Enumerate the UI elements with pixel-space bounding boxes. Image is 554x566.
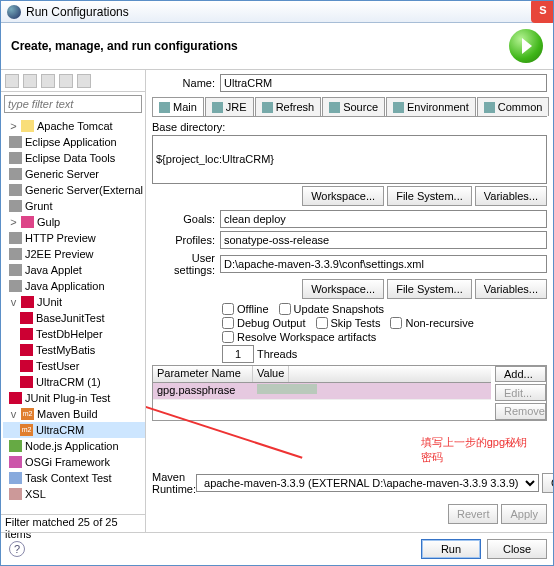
tree-node[interactable]: m2UltraCRM (3, 422, 145, 438)
name-label: Name: (152, 77, 220, 89)
window-title: Run Configurations (26, 5, 129, 19)
edit-button[interactable]: Edit... (495, 384, 546, 401)
tab-environment[interactable]: Environment (386, 97, 476, 116)
twisty-icon[interactable]: v (9, 296, 18, 308)
maven-select[interactable]: apache-maven-3.3.9 (EXTERNAL D:\apache-m… (196, 474, 539, 492)
tree-node[interactable]: Node.js Application (3, 438, 145, 454)
tree-node[interactable]: TestUser (3, 358, 145, 374)
configure-button[interactable]: Configure... (542, 473, 553, 493)
gr-icon (9, 168, 22, 180)
collapse-icon[interactable] (59, 74, 73, 88)
ju-icon (20, 344, 33, 356)
tree-node[interactable]: vm2Maven Build (3, 406, 145, 422)
tab-main[interactable]: Main (152, 97, 204, 116)
tree-node[interactable]: Eclipse Application (3, 134, 145, 150)
twisty-icon[interactable]: v (9, 408, 18, 420)
basedir-label: Base directory: (152, 121, 547, 133)
workspace-button-2[interactable]: Workspace... (302, 279, 384, 299)
filter-icon[interactable] (77, 74, 91, 88)
tree-node[interactable]: JUnit Plug-in Test (3, 390, 145, 406)
filter-status: Filter matched 25 of 25 items (1, 514, 145, 532)
skip-checkbox[interactable]: Skip Tests (316, 317, 381, 329)
tree-node[interactable]: >Apache Tomcat (3, 118, 145, 134)
tree-node[interactable]: Java Applet (3, 262, 145, 278)
xs-icon (9, 488, 22, 500)
tree-label: Node.js Application (25, 440, 119, 452)
delete-icon[interactable] (41, 74, 55, 88)
ju-icon (9, 392, 22, 404)
tree-node[interactable]: Eclipse Data Tools (3, 150, 145, 166)
tree-node[interactable]: OSGi Framework (3, 454, 145, 470)
profiles-input[interactable] (220, 231, 547, 249)
filesystem-button[interactable]: File System... (387, 186, 472, 206)
os-icon (9, 456, 22, 468)
revert-button[interactable]: Revert (448, 504, 498, 524)
tree-label: Java Application (25, 280, 105, 292)
tree-node[interactable]: TestDbHelper (3, 326, 145, 342)
gr-icon (9, 280, 22, 292)
tree-node[interactable]: J2EE Preview (3, 246, 145, 262)
debug-checkbox[interactable]: Debug Output (222, 317, 306, 329)
tree-node[interactable]: Grunt (3, 198, 145, 214)
close-button[interactable]: Close (487, 539, 547, 559)
twisty-icon[interactable]: > (9, 216, 18, 228)
tab-icon (484, 102, 495, 113)
tree-label: BaseJunitTest (36, 312, 104, 324)
tree-label: Grunt (25, 200, 53, 212)
tab-icon (262, 102, 273, 113)
tab-common[interactable]: Common (477, 97, 550, 116)
tree-node[interactable]: >Gulp (3, 214, 145, 230)
run-button[interactable]: Run (421, 539, 481, 559)
tree-node[interactable]: HTTP Preview (3, 230, 145, 246)
goals-input[interactable] (220, 210, 547, 228)
left-toolbar (1, 70, 145, 92)
tree-node[interactable]: TestMyBatis (3, 342, 145, 358)
param-cell: gpg.passphrase (153, 383, 253, 399)
threads-label: Threads (257, 348, 297, 360)
tree-node[interactable]: Generic Server(External (3, 182, 145, 198)
config-tree[interactable]: >Apache TomcatEclipse ApplicationEclipse… (1, 116, 145, 514)
new-config-icon[interactable] (5, 74, 19, 88)
nonrec-checkbox[interactable]: Non-recursive (390, 317, 473, 329)
tree-node[interactable]: vJUnit (3, 294, 145, 310)
tree-label: OSGi Framework (25, 456, 110, 468)
help-icon[interactable]: ? (9, 541, 25, 557)
tree-node[interactable]: BaseJunitTest (3, 310, 145, 326)
duplicate-icon[interactable] (23, 74, 37, 88)
table-row[interactable]: gpg.passphrase (153, 383, 491, 400)
workspace-button[interactable]: Workspace... (302, 186, 384, 206)
tree-node[interactable]: Task Context Test (3, 470, 145, 486)
gr-icon (9, 248, 22, 260)
tree-node[interactable]: Java Application (3, 278, 145, 294)
apply-button[interactable]: Apply (501, 504, 547, 524)
add-button[interactable]: Add... (495, 366, 546, 383)
nj-icon (9, 440, 22, 452)
filesystem-button-2[interactable]: File System... (387, 279, 472, 299)
resolve-checkbox[interactable]: Resolve Workspace artifacts (222, 331, 376, 343)
basedir-input[interactable] (152, 135, 547, 184)
update-checkbox[interactable]: Update Snapshots (279, 303, 385, 315)
tc-icon (9, 472, 22, 484)
filter-input[interactable] (4, 95, 142, 113)
gr-icon (9, 152, 22, 164)
remove-button[interactable]: Remove (495, 403, 546, 420)
offline-checkbox[interactable]: Offline (222, 303, 269, 315)
gr-icon (9, 136, 22, 148)
name-input[interactable] (220, 74, 547, 92)
tree-label: Apache Tomcat (37, 120, 113, 132)
twisty-icon[interactable]: > (9, 120, 18, 132)
tree-node[interactable]: XSL (3, 486, 145, 502)
variables-button[interactable]: Variables... (475, 186, 547, 206)
tab-refresh[interactable]: Refresh (255, 97, 322, 116)
tab-source[interactable]: Source (322, 97, 385, 116)
bottom-bar: Run Close (1, 532, 553, 565)
threads-spinner[interactable] (222, 345, 254, 363)
tab-jre[interactable]: JRE (205, 97, 254, 116)
tree-node[interactable]: UltraCRM (1) (3, 374, 145, 390)
tree-label: Task Context Test (25, 472, 112, 484)
cat-icon (21, 120, 34, 132)
ju-icon (20, 376, 33, 388)
usersettings-input[interactable] (220, 255, 547, 273)
tree-node[interactable]: Generic Server (3, 166, 145, 182)
variables-button-2[interactable]: Variables... (475, 279, 547, 299)
